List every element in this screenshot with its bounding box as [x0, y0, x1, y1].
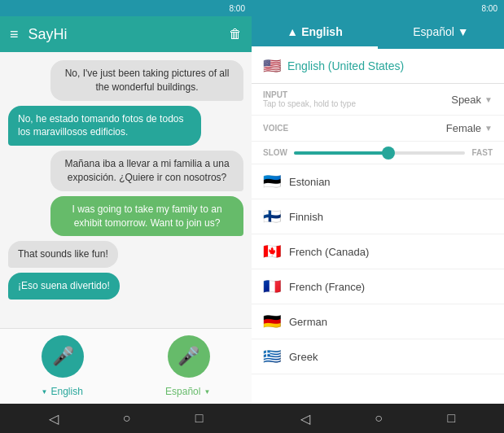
germany-flag-icon: 🇩🇪	[263, 313, 281, 330]
france-flag-icon: 🇫🇷	[263, 278, 281, 295]
voice-value-selector[interactable]: Female ▼	[446, 122, 493, 134]
voice-value-text: Female	[446, 122, 481, 134]
chevron-down-icon: ▼	[484, 124, 493, 133]
voice-setting-label: VOICE	[263, 124, 288, 133]
canada-flag-icon: 🇨🇦	[263, 243, 281, 260]
input-key: INPUT	[263, 90, 356, 99]
right-status-bar: 8:00	[252, 0, 504, 16]
list-item-german[interactable]: 🇩🇪 German	[252, 304, 504, 339]
input-value-selector[interactable]: Speak ▼	[451, 94, 493, 106]
selected-language-name: English (United States)	[287, 59, 404, 72]
fast-label: FAST	[471, 148, 493, 157]
language-selector-spanish[interactable]: Español ▼	[165, 386, 210, 397]
finland-flag-icon: 🇫🇮	[263, 208, 281, 225]
status-bar: 8:00	[0, 0, 252, 16]
back-button[interactable]: ◁	[300, 411, 310, 426]
recent-apps-button[interactable]: □	[195, 411, 204, 426]
hamburger-icon[interactable]: ≡	[10, 26, 19, 43]
speed-slider-track[interactable]	[294, 151, 465, 155]
language-label-english: English	[51, 386, 83, 397]
mic-button-right[interactable]: 🎤	[168, 335, 210, 378]
back-button[interactable]: ◁	[49, 411, 59, 426]
status-time: 8:00	[230, 4, 245, 13]
right-panel: 8:00 ▲ English Español ▼ 🇺🇸 English (Uni…	[252, 0, 504, 433]
language-selector-english[interactable]: ▼ English	[42, 386, 83, 397]
input-setting-label: INPUT Tap to speak, hold to type	[263, 90, 356, 108]
us-flag-icon: 🇺🇸	[263, 57, 281, 75]
microphone-icon: 🎤	[177, 346, 199, 367]
right-navigation-bar: ◁ ○ □	[252, 404, 504, 433]
language-label-spanish: Español	[165, 386, 200, 397]
language-name: Estonian	[289, 176, 331, 188]
input-value-text: Speak	[451, 94, 481, 106]
voice-key: VOICE	[263, 124, 288, 133]
mic-button-left[interactable]: 🎤	[42, 335, 84, 378]
message-bubble: That sounds like fun!	[8, 241, 118, 268]
language-selector-row: ▼ English Español ▼	[0, 383, 252, 404]
tab-spanish[interactable]: Español ▼	[378, 16, 504, 49]
language-name: French (France)	[289, 281, 365, 293]
estonia-flag-icon: 🇪🇪	[263, 173, 281, 190]
list-item-greek[interactable]: 🇬🇷 Greek	[252, 339, 504, 374]
language-name: German	[289, 316, 327, 328]
message-bubble: Mañana iba a llevar a mi familia a una e…	[50, 151, 243, 191]
app-title: SayHi	[28, 26, 229, 43]
settings-panel: 🇺🇸 English (United States) INPUT Tap to …	[252, 49, 504, 404]
left-phone: 8:00 ≡ SayHi 🗑 No, I've just been taking…	[0, 0, 252, 433]
home-button[interactable]: ○	[375, 411, 383, 426]
status-time: 8:00	[482, 4, 497, 13]
language-name: Finnish	[289, 211, 323, 223]
input-sub: Tap to speak, hold to type	[263, 99, 356, 108]
message-bubble: I was going to take my family to an exhi…	[50, 196, 243, 237]
recent-apps-button[interactable]: □	[448, 411, 456, 426]
message-bubble: No, I've just been taking pictures of al…	[50, 60, 243, 101]
message-bubble: No, he estado tomando fotos de todos los…	[8, 106, 201, 147]
speed-slider-row: SLOW FAST	[252, 142, 504, 164]
app-header: ≡ SayHi 🗑	[0, 16, 252, 52]
message-bubble: ¡Eso suena divertido!	[8, 273, 120, 300]
slider-fill	[294, 151, 388, 155]
tab-english-label: English	[301, 25, 343, 38]
home-button[interactable]: ○	[123, 411, 131, 426]
list-item-french-canada[interactable]: 🇨🇦 French (Canada)	[252, 234, 504, 269]
list-item-french-france[interactable]: 🇫🇷 French (France)	[252, 269, 504, 304]
chevron-down-icon: ▼	[42, 388, 48, 396]
list-item-estonian[interactable]: 🇪🇪 Estonian	[252, 164, 504, 199]
tab-spanish-label: Español	[413, 25, 454, 38]
input-setting-row: INPUT Tap to speak, hold to type Speak ▼	[252, 84, 504, 116]
chevron-down-icon: ▼	[484, 95, 493, 104]
list-item-finnish[interactable]: 🇫🇮 Finnish	[252, 199, 504, 234]
selected-language-header: 🇺🇸 English (United States)	[252, 49, 504, 84]
tab-english[interactable]: ▲ English	[252, 16, 378, 49]
trash-icon[interactable]: 🗑	[229, 27, 242, 42]
language-name: Greek	[289, 351, 318, 363]
chevron-down-icon: ▼	[204, 388, 210, 396]
slider-thumb[interactable]	[382, 147, 395, 160]
slow-label: SLOW	[263, 148, 287, 157]
language-tabs: ▲ English Español ▼	[252, 16, 504, 49]
navigation-bar: ◁ ○ □	[0, 404, 252, 433]
tab-arrow-down: ▼	[458, 25, 469, 38]
tab-arrow-up: ▲	[287, 25, 298, 38]
microphone-icon: 🎤	[52, 346, 74, 367]
chat-area: No, I've just been taking pictures of al…	[0, 52, 252, 328]
voice-setting-row: VOICE Female ▼	[252, 116, 504, 142]
language-name: French (Canada)	[289, 246, 369, 258]
greece-flag-icon: 🇬🇷	[263, 348, 281, 365]
bottom-controls: 🎤 🎤	[0, 328, 252, 383]
